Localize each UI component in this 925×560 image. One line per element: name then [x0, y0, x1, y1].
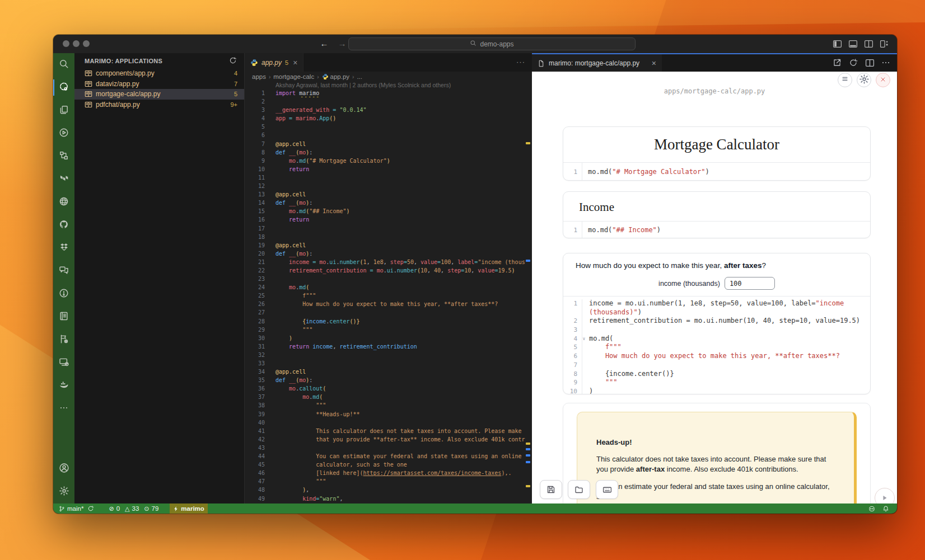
layout-customize-icon[interactable]	[880, 39, 889, 49]
activity-pin-circle[interactable]	[53, 283, 74, 305]
minimize-window-button[interactable]	[73, 40, 80, 47]
activity-boxes[interactable]	[53, 145, 74, 168]
code-line[interactable]: 3__generated_with = "0.0.14"	[245, 106, 532, 114]
file-item[interactable]: pdfchat/app.py 9+	[74, 100, 244, 110]
code-line[interactable]: 1import marimo	[245, 89, 532, 97]
git-branch-status[interactable]: main*	[53, 503, 97, 514]
tab-marimo-webview[interactable]: marimo: mortgage-calc/app.py ×	[532, 54, 662, 72]
file-item[interactable]: components/app.py 4	[74, 68, 244, 79]
code-line[interactable]: 39 **Heads-up!**	[245, 410, 532, 418]
close-icon[interactable]: ×	[293, 58, 297, 67]
open-external-icon[interactable]	[833, 58, 842, 67]
command-center-search[interactable]: demo-apps	[348, 37, 636, 50]
income-input[interactable]	[725, 277, 775, 290]
more-horizontal-icon[interactable]	[881, 58, 890, 67]
code-line[interactable]: 26 How much do you expect to make this y…	[245, 300, 532, 308]
code-line[interactable]: 17	[245, 224, 532, 233]
code-line[interactable]: 28 {income.center()}	[245, 317, 532, 326]
code-line[interactable]: 10 return	[245, 165, 532, 173]
code-line[interactable]: 22 retirement_contribution = mo.ui.numbe…	[245, 266, 532, 275]
code-line[interactable]: 2	[245, 97, 532, 106]
settings-button[interactable]	[857, 73, 871, 87]
split-editor-icon[interactable]	[864, 39, 873, 49]
activity-marimo[interactable]	[53, 76, 74, 99]
code-line[interactable]: 6	[245, 131, 532, 139]
code-line[interactable]: 15 mo.md("## Income")	[245, 207, 532, 215]
breadcrumb-item[interactable]: mortgage-calc	[273, 73, 314, 80]
code-line[interactable]: 23	[245, 275, 532, 283]
refresh-icon[interactable]	[229, 57, 237, 65]
activity-comments[interactable]	[53, 260, 74, 283]
code-line[interactable]: 4app = marimo.App()	[245, 114, 532, 123]
code-line[interactable]: 12	[245, 182, 532, 190]
activity-account[interactable]	[53, 458, 74, 481]
tab-app-py[interactable]: app.py 5 ×	[245, 53, 303, 72]
notifications-bell[interactable]	[879, 505, 893, 512]
code-line[interactable]: 11	[245, 173, 532, 182]
folder-button[interactable]	[568, 480, 590, 499]
panel-left-icon[interactable]	[833, 39, 842, 49]
code-line[interactable]: 31 return income, retirement_contributio…	[245, 342, 532, 351]
code-line[interactable]: 37 mo.md(	[245, 393, 532, 401]
run-button[interactable]	[875, 488, 895, 503]
code-line[interactable]: 32	[245, 351, 532, 359]
navigate-back-button[interactable]: ←	[319, 39, 330, 48]
activity-docker[interactable]	[53, 374, 74, 397]
activity-search[interactable]	[53, 53, 74, 76]
activity-diamonds[interactable]	[53, 237, 74, 260]
code-line[interactable]: 36 mo.callout(	[245, 384, 532, 393]
code-line[interactable]: 49 kind="warn",	[245, 495, 532, 503]
overview-ruler[interactable]	[525, 89, 531, 503]
code-editor[interactable]: 1import marimo23__generated_with = "0.0.…	[245, 89, 532, 503]
code-line[interactable]: 7@app.cell	[245, 140, 532, 148]
cell-code[interactable]: 1income = mo.ui.number(1, 1e8, step=50, …	[563, 296, 870, 394]
problems-status[interactable]: ⊘ 0 △ 33 ⊙ 79	[105, 503, 162, 514]
code-line[interactable]: 41 This calculator does not take taxes i…	[245, 427, 532, 435]
zoom-window-button[interactable]	[83, 40, 90, 47]
code-line[interactable]: 24 mo.md(	[245, 283, 532, 291]
marimo-status-chip[interactable]: marimo	[170, 503, 208, 514]
activity-notebook[interactable]	[53, 305, 74, 328]
code-line[interactable]: 20def __(mo):	[245, 250, 532, 258]
navigate-forward-button[interactable]: →	[337, 39, 348, 48]
code-line[interactable]: 42 that you provide **after-tax** income…	[245, 435, 532, 444]
close-button[interactable]	[876, 73, 890, 87]
breadcrumb-item[interactable]: app.py	[322, 73, 350, 80]
code-line[interactable]: 44 You can estimate your federal and sta…	[245, 452, 532, 460]
file-item[interactable]: mortgage-calc/app.py 5	[74, 89, 244, 100]
code-line[interactable]: 35def __(mo):	[245, 376, 532, 384]
activity-github[interactable]	[53, 214, 74, 237]
more-actions-icon[interactable]: ···	[516, 58, 525, 66]
code-line[interactable]: 8def __(mo):	[245, 148, 532, 157]
code-line[interactable]: 21 income = mo.ui.number(1, 1e8, step=50…	[245, 258, 532, 266]
activity-remote-screen[interactable]	[53, 351, 74, 374]
code-line[interactable]: 30 )	[245, 334, 532, 342]
code-line[interactable]: 14def __(mo):	[245, 199, 532, 207]
keyboard-button[interactable]	[596, 480, 618, 499]
activity-more[interactable]	[53, 397, 74, 420]
copilot-status[interactable]	[865, 505, 879, 512]
code-line[interactable]: 43	[245, 444, 532, 452]
code-line[interactable]: 34@app.cell	[245, 368, 532, 376]
code-line[interactable]: 33	[245, 359, 532, 368]
code-line[interactable]: 9 mo.md("# Mortgage Calculator")	[245, 157, 532, 165]
code-line[interactable]: 47 """	[245, 477, 532, 486]
code-line[interactable]: 16 return	[245, 215, 532, 224]
code-line[interactable]: 25 f"""	[245, 291, 532, 300]
code-line[interactable]: 46 [linked here](https://smartasset.com/…	[245, 469, 532, 477]
close-icon[interactable]: ×	[652, 59, 656, 68]
code-line[interactable]: 40	[245, 418, 532, 427]
activity-test-flag[interactable]	[53, 328, 74, 351]
panel-bottom-icon[interactable]	[848, 39, 858, 49]
code-line[interactable]: 27	[245, 308, 532, 317]
menu-button[interactable]	[838, 73, 852, 87]
file-item[interactable]: dataviz/app.py 7	[74, 79, 244, 90]
code-line[interactable]: 19@app.cell	[245, 241, 532, 250]
code-line[interactable]: 18	[245, 233, 532, 241]
code-line[interactable]: 38 """	[245, 401, 532, 410]
code-line[interactable]: 13@app.cell	[245, 190, 532, 199]
activity-run-circle[interactable]	[53, 122, 74, 145]
save-button[interactable]	[540, 480, 562, 499]
breadcrumb-item[interactable]: ...	[357, 73, 362, 80]
code-line[interactable]: 29 """	[245, 326, 532, 334]
